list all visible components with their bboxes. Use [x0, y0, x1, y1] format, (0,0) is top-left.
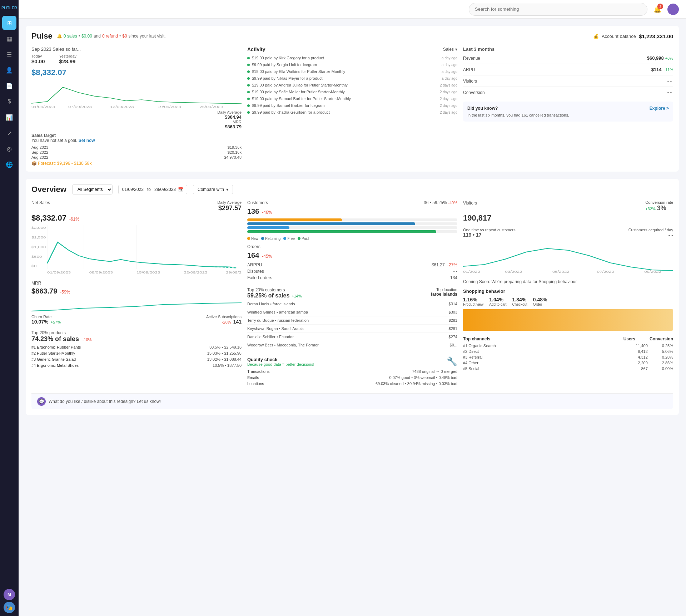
visitors-label: Visitors [463, 201, 477, 206]
activity-time: 2 days ago [440, 104, 457, 108]
sidebar-item-payments[interactable]: $ [2, 94, 16, 109]
channel-conv: 2.86% [662, 361, 673, 365]
channel-users: 11,400 [636, 344, 648, 348]
pulse-refund-count: 0 refund [102, 34, 118, 39]
activity-list-item: $19.00 paid by Andrea Juliao for Putler … [247, 83, 457, 87]
overview-grid: Net Sales Daily Average $297.57 $8,332.0… [31, 200, 673, 388]
qc-icon: 🔧 [447, 356, 457, 366]
sidebar-item-globe[interactable]: 🌐 [2, 157, 16, 172]
net-sales-value-row: $8,332.07 -61% [31, 213, 242, 223]
failed-value: 134 [450, 275, 457, 280]
sidebar-item-analytics[interactable]: ▦ [2, 31, 16, 46]
active-change: -28% [222, 320, 231, 324]
failed-orders-row: Failed orders 134 [247, 275, 457, 280]
orders-value-row: 164 -45% [247, 251, 457, 260]
channel-row: #5 Social8670.00% [463, 366, 673, 371]
sidebar-item-dashboard[interactable]: ⊞ [2, 16, 16, 30]
pulse-title: Pulse [31, 31, 53, 41]
net-sales-chart: $2,000 $1,500 $1,000 $500 $0 [31, 225, 242, 275]
sidebar-item-charts[interactable]: 📊 [2, 110, 16, 124]
churn-change: +57% [50, 320, 60, 324]
compare-with-button[interactable]: Compare with ▾ [193, 185, 233, 194]
qc-list: Transactions7488 original → 0 mergedEmai… [247, 369, 457, 386]
arppu-row: ARPPU $61.27 -27% [247, 262, 457, 267]
activity-text: $9.99 paid by Samuel Barbier for Icegram [252, 103, 440, 108]
shopping-metric-lbl: Product view [463, 302, 483, 306]
account-balance: 💰 Account balance $1,223,331.00 [593, 33, 673, 39]
sidebar-item-orders[interactable]: ☰ [2, 47, 16, 61]
activity-list-item: $9.99 paid by Samuel Barbier for Icegram… [247, 103, 457, 108]
pulse-refund-amount: $0 [122, 34, 127, 39]
channel-row: #2 Direct8,4125.06% [463, 349, 673, 354]
sidebar-item-reports[interactable]: 📄 [2, 79, 16, 93]
search-input[interactable] [469, 3, 647, 16]
activity-list-item: $19.00 paid by Sofie Møller for Putler S… [247, 90, 457, 94]
customer-value: $314 [449, 302, 457, 306]
account-balance-amount: $1,223,331.00 [639, 33, 673, 39]
top-customers-percent: 59.25% of sales [247, 292, 289, 299]
channel-users: 2,209 [638, 361, 648, 365]
date-range[interactable]: 01/09/2023 to 28/09/2023 📅 [118, 185, 187, 194]
shopping-metric: 0.48%Order [533, 297, 547, 306]
svg-marker-25 [463, 309, 673, 331]
visitors-panel: Visitors Conversion rate +32% 3% [463, 200, 673, 273]
notification-button[interactable]: 🔔 2 [652, 4, 663, 15]
pulse-mini-chart: 01/09/2023 07/09/2023 13/09/2023 19/09/2… [31, 80, 242, 109]
sidebar-item-trends[interactable]: ↗ [2, 126, 16, 140]
activity-dot [247, 98, 250, 100]
sales-card: Sep 2023 Sales so far... Today $0.00 Yes… [31, 46, 242, 166]
arppu-change: -27% [447, 262, 457, 267]
shopping-metric-lbl: Checkout [512, 302, 527, 306]
shopping-behavior-title: Shopping behavior [463, 289, 673, 294]
channels-list: #1 Organic Search11,4000.25%#2 Direct8,4… [463, 344, 673, 371]
customer-row: Winifred Grimes • american samoa$303 [247, 310, 457, 316]
customers-change: -46% [262, 210, 272, 215]
disputes-value: - - [453, 269, 457, 274]
activity-card: Activity Sales ▾ $19.00 paid by Kirk Gre… [247, 46, 457, 166]
activity-filter[interactable]: Sales ▾ [443, 47, 457, 52]
right-column: Visitors Conversion rate +32% 3% [463, 200, 673, 388]
customers-metrics: Orders 164 -45% ARPPU $61.27 -27% [247, 244, 457, 280]
stat-row: Conversion- - [463, 90, 673, 98]
visitors-sub-row: One time vs repeat customers 119 • 17 Cu… [463, 228, 673, 238]
arppu-value: $61.27 [432, 262, 445, 267]
qc-value: 69.03% cleaned • 30.94% missing • 0.03% … [376, 381, 457, 386]
mrr-chart [31, 297, 242, 312]
sidebar-item-goals[interactable]: ◎ [2, 142, 16, 156]
channel-users: 8,412 [638, 349, 648, 354]
product-name: #1 Ergonomic Rubber Pants [31, 345, 81, 349]
middle-column: Customers 36 • 59.25% -40% 136 -46% [247, 200, 457, 388]
yesterday-value: $28.99 [59, 58, 77, 64]
activity-dot [247, 84, 250, 87]
sales-amount: $8,332.07 [31, 68, 242, 77]
channel-name: #4 Other [463, 361, 478, 365]
shopping-metric: 1.34%Checkout [512, 297, 527, 306]
sidebar-item-customers[interactable]: 👤 [2, 63, 16, 77]
stat-row: Revenue$60,998+6% [463, 55, 673, 64]
active-subscriptions: Active Subscriptions -28% 141 [206, 315, 242, 325]
segment-select[interactable]: All Segments [72, 184, 113, 194]
dyk-link[interactable]: Explore > [650, 106, 669, 111]
orders-change: -45% [262, 254, 272, 259]
shopping-metric-lbl: Order [533, 302, 547, 306]
set-now-link[interactable]: Set now [79, 138, 95, 143]
user-avatar-emoji[interactable]: 🎭 [4, 602, 15, 613]
channel-row: #4 Other2,2092.86% [463, 361, 673, 365]
net-sales-header: Net Sales Daily Average $297.57 [31, 200, 242, 212]
target-value-3: $4,970.48 [224, 155, 242, 159]
user-avatar-m[interactable]: M [4, 589, 15, 600]
top-location-label: Top location [431, 287, 457, 292]
svg-text:03/2022: 03/2022 [505, 270, 522, 273]
top-customers-left: Top 20% customers 59.25% of sales +14% [247, 287, 302, 299]
stat-row: ARPU$114+11% [463, 67, 673, 75]
customers-bar-chart [247, 218, 457, 233]
mrr-value: $863.79 [31, 287, 57, 295]
top-channels-header: Top channels Users Conversion [463, 336, 673, 341]
target-rows: Aug 2023 $19.36k Sep 2022 $20.16k Aug 20… [31, 145, 242, 159]
activity-text: $19.00 paid by Andrea Juliao for Putler … [252, 83, 440, 87]
channel-users: 867 [641, 366, 647, 371]
main-content: 🔔 2 Pulse 🔔 0 sales • $0.00 and 0 refund… [19, 0, 686, 616]
activity-dot [247, 91, 250, 93]
topbar-avatar[interactable] [667, 4, 679, 15]
active-value: 141 [233, 319, 242, 325]
